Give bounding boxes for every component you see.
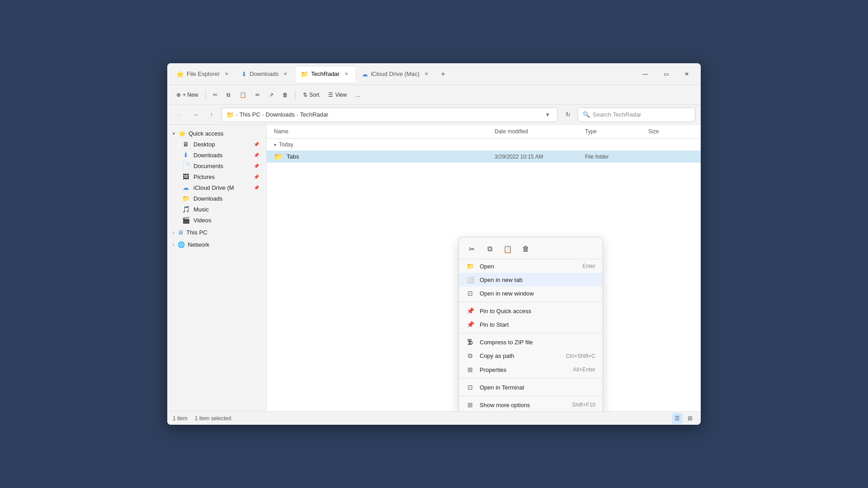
sidebar-item-documents[interactable]: 📄 Documents 📌 [176,160,264,171]
ctx-open-new-window-label: Open in new window [480,290,595,297]
column-date[interactable]: Date modified [495,125,585,138]
breadcrumb-dropdown[interactable]: ▾ [542,109,553,120]
ctx-pin-start[interactable]: 📌 Pin to Start [459,318,603,331]
tab-downloads-close[interactable]: ✕ [281,70,289,78]
techradar-tab-icon: 📁 [301,70,308,78]
ctx-copy-path-shortcut: Ctrl+Shift+C [566,353,595,359]
this-pc-header[interactable]: › 🖥 This PC [169,227,264,238]
delete-button[interactable]: 🗑 [279,90,292,100]
paste-button[interactable]: 📋 [236,90,250,100]
breadcrumb-this-pc[interactable]: This PC [240,111,260,118]
ctx-properties-icon: ⊞ [466,366,474,373]
ctx-properties[interactable]: ⊞ Properties Alt+Enter [459,363,603,376]
back-button[interactable]: ← [173,108,185,121]
ctx-paste-button[interactable]: 📋 [500,242,515,256]
copy-icon: ⧉ [226,92,231,98]
copy-button[interactable]: ⧉ [223,90,234,100]
sidebar-item-music[interactable]: 🎵 Music [176,204,264,215]
videos-icon: 🎬 [182,216,190,224]
ctx-cut-button[interactable]: ✂ [464,242,479,256]
toolbar-sep-2 [295,90,296,99]
ctx-terminal[interactable]: ⊡ Open in Terminal [459,380,603,394]
documents-icon: 📄 [182,162,190,169]
share-button[interactable]: ↗ [265,90,277,100]
ctx-open-label: Open [480,263,577,270]
ctx-divider-2 [459,333,603,333]
more-button[interactable]: ... [352,90,364,100]
ctx-copy-path[interactable]: ⧉ Copy as path Ctrl+Shift+C [459,349,603,363]
cut-button[interactable]: ✂ [209,90,221,100]
close-button[interactable]: ✕ [676,66,697,82]
quick-access-label: Quick access [189,130,223,137]
forward-button[interactable]: → [189,108,202,121]
icloud-pin-icon: 📌 [254,185,259,190]
tab-downloads[interactable]: ⬇ Downloads ✕ [236,66,295,82]
desktop-icon: 🖥 [182,141,190,148]
sidebar-item-pictures[interactable]: 🖼 Pictures 📌 [176,171,264,182]
column-size[interactable]: Size [648,125,693,138]
search-bar[interactable]: 🔍 Search TechRadar [578,108,695,122]
column-type[interactable]: Type [585,125,648,138]
folder-icon: 📁 [274,152,283,161]
sort-label: Sort [309,92,319,98]
ctx-open-new-window[interactable]: ⊡ Open in new window [459,286,603,300]
up-button[interactable]: ↑ [205,108,218,121]
ctx-terminal-label: Open in Terminal [480,384,595,391]
table-row[interactable]: 📁 Tabs 3/29/2022 10:15 AM File folder [267,150,701,163]
sidebar-item-icloud[interactable]: ☁ iCloud Drive (M 📌 [176,182,264,193]
minimize-button[interactable]: — [635,66,656,82]
network-label: Network [188,241,209,248]
rename-button[interactable]: ✏ [252,90,264,100]
quick-access-star-icon: ⭐ [179,130,186,137]
ctx-open-icon: 📁 [466,263,474,270]
tab-file-explorer-label: File Explorer [187,70,220,77]
maximize-button[interactable]: ▭ [656,66,676,82]
view-button[interactable]: ☰ View [325,90,350,100]
tab-file-explorer[interactable]: ⭐ File Explorer ✕ [171,66,236,82]
sidebar-item-downloads-1[interactable]: ⬇ Downloads 📌 [176,150,264,160]
ctx-open-new-tab-label: Open in new tab [480,277,595,283]
ctx-compress[interactable]: 🗜 Compress to ZIP file [459,335,603,349]
ctx-delete-button[interactable]: 🗑 [519,242,533,256]
tab-techradar[interactable]: 📁 TechRadar ✕ [295,66,356,82]
this-pc-chevron: › [173,230,174,235]
icloud-sidebar-icon: ☁ [182,184,190,191]
file-name: Tabs [287,153,495,160]
tab-icloud-close[interactable]: ✕ [422,70,430,78]
ctx-more-options-label: Show more options [480,402,566,408]
breadcrumb-techradar[interactable]: TechRadar [300,111,329,118]
breadcrumb-downloads[interactable]: Downloads [266,111,295,118]
ctx-open-new-tab[interactable]: ⬜ Open in new tab [459,273,603,286]
add-tab-button[interactable]: + [436,67,450,81]
refresh-button[interactable]: ↻ [561,108,574,121]
grid-view-button[interactable]: ⊞ [684,413,695,424]
rename-icon: ✏ [255,92,260,98]
group-today-chevron[interactable]: ▾ [274,142,276,147]
sidebar-item-desktop[interactable]: 🖥 Desktop 📌 [176,139,264,150]
quick-access-header[interactable]: ▾ ⭐ Quick access [169,128,264,139]
breadcrumb-sep-1: › [262,112,264,117]
ctx-copy-button[interactable]: ⧉ [482,242,497,256]
sort-button[interactable]: ⇅ Sort [299,90,323,100]
network-header[interactable]: › 🌐 Network [169,239,264,250]
sidebar-item-videos[interactable]: 🎬 Videos [176,215,264,225]
ctx-pin-quick[interactable]: 📌 Pin to Quick access [459,304,603,318]
this-pc-icon: 🖥 [178,229,184,236]
column-name[interactable]: Name [274,125,495,138]
tab-file-explorer-close[interactable]: ✕ [222,70,231,78]
tab-icloud[interactable]: ☁ iCloud Drive (Mac) ✕ [356,66,436,82]
paste-icon: 📋 [240,92,246,98]
sidebar-item-downloads-2[interactable]: 📁 Downloads [176,193,264,204]
tab-techradar-close[interactable]: ✕ [342,70,350,78]
breadcrumb-bar[interactable]: 📁 › This PC › Downloads › TechRadar ▾ [222,108,558,122]
new-button[interactable]: ⊕ + New [173,90,202,100]
ctx-open[interactable]: 📁 Open Enter [459,259,603,273]
list-view-button[interactable]: ☰ [672,413,683,424]
status-selected: 1 item selected [195,415,231,422]
group-today: ▾ Today [267,139,701,150]
network-section: › 🌐 Network [167,239,266,250]
ctx-compress-label: Compress to ZIP file [480,339,595,346]
window-controls: — ▭ ✕ [635,66,697,82]
view-label: View [335,92,347,98]
ctx-more-options[interactable]: ⊞ Show more options Shift+F10 [459,398,603,411]
